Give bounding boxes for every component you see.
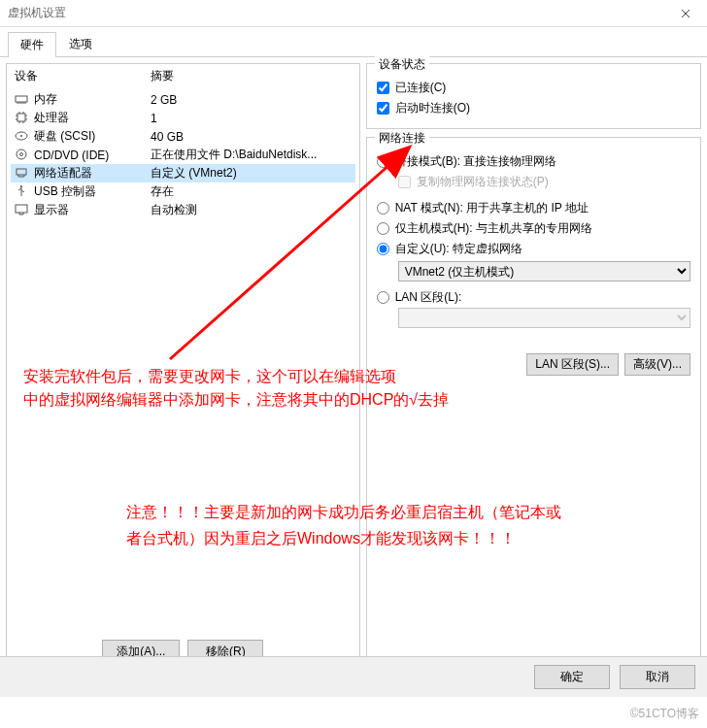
list-item-selected[interactable]: 网络适配器 自定义 (VMnet2): [11, 164, 355, 182]
connect-power-checkbox[interactable]: 启动时连接(O): [377, 98, 690, 118]
tab-options[interactable]: 选项: [56, 31, 105, 56]
status-legend: 设备状态: [375, 56, 429, 73]
cpu-icon: [15, 112, 30, 125]
annotation-text-1: 安装完软件包后，需要更改网卡，这个可以在编辑选项 中的虚拟网络编辑器中添加网卡，…: [23, 365, 449, 412]
radio-custom[interactable]: 自定义(U): 特定虚拟网络: [377, 239, 690, 259]
list-item[interactable]: 处理器 1: [11, 109, 355, 127]
annotation-text-2: 注意！！！主要是新加的网卡成功后务必重启宿主机（笔记本或 者台式机）因为重启之后…: [126, 499, 670, 551]
svg-point-7: [20, 185, 22, 187]
tab-hardware[interactable]: 硬件: [8, 32, 56, 57]
device-status-group: 设备状态 已连接(C) 启动时连接(O): [366, 63, 701, 129]
dialog-footer: 确定 取消: [0, 656, 707, 697]
svg-rect-8: [16, 205, 27, 213]
list-item[interactable]: 显示器 自动检测: [11, 201, 355, 219]
svg-rect-0: [16, 96, 27, 102]
tabs: 硬件 选项: [0, 27, 707, 57]
radio-nat[interactable]: NAT 模式(N): 用于共享主机的 IP 地址: [377, 198, 690, 218]
svg-point-4: [17, 149, 26, 159]
cancel-button[interactable]: 取消: [620, 665, 695, 689]
window-title: 虚拟机设置: [8, 5, 66, 21]
list-item[interactable]: CD/DVD (IDE) 正在使用文件 D:\BaiduNetdisk...: [11, 146, 355, 164]
svg-rect-6: [17, 169, 26, 175]
list-item[interactable]: USB 控制器 存在: [11, 182, 355, 201]
titlebar: 虚拟机设置: [0, 0, 707, 27]
watermark: ©51CTO博客: [630, 706, 699, 722]
svg-rect-1: [17, 114, 25, 121]
cd-icon: [15, 149, 30, 162]
list-item[interactable]: 内存 2 GB: [11, 90, 355, 109]
list-item[interactable]: 硬盘 (SCSI) 40 GB: [11, 127, 355, 146]
network-icon: [15, 167, 30, 181]
disk-icon: [15, 130, 30, 144]
display-icon: [15, 204, 30, 217]
radio-lan[interactable]: LAN 区段(L):: [377, 287, 690, 308]
advanced-button[interactable]: 高级(V)...: [624, 353, 690, 376]
network-legend: 网络连接: [375, 130, 429, 147]
close-button[interactable]: [664, 0, 707, 27]
radio-bridged[interactable]: 桥接模式(B): 直接连接物理网络: [377, 151, 690, 172]
lan-segments-button[interactable]: LAN 区段(S)...: [526, 353, 619, 376]
lan-segment-select[interactable]: [398, 308, 690, 328]
ok-button[interactable]: 确定: [534, 665, 610, 689]
svg-point-5: [20, 152, 23, 155]
connected-checkbox[interactable]: 已连接(C): [377, 78, 690, 98]
header-summary: 摘要: [151, 68, 174, 84]
svg-point-3: [20, 135, 22, 137]
radio-hostonly[interactable]: 仅主机模式(H): 与主机共享的专用网络: [377, 218, 690, 239]
checkbox-replicate: 复制物理网络连接状态(P): [398, 172, 690, 192]
custom-vmnet-select[interactable]: VMnet2 (仅主机模式): [398, 261, 690, 281]
memory-icon: [15, 93, 30, 107]
header-device: 设备: [15, 68, 151, 84]
usb-icon: [15, 185, 30, 199]
